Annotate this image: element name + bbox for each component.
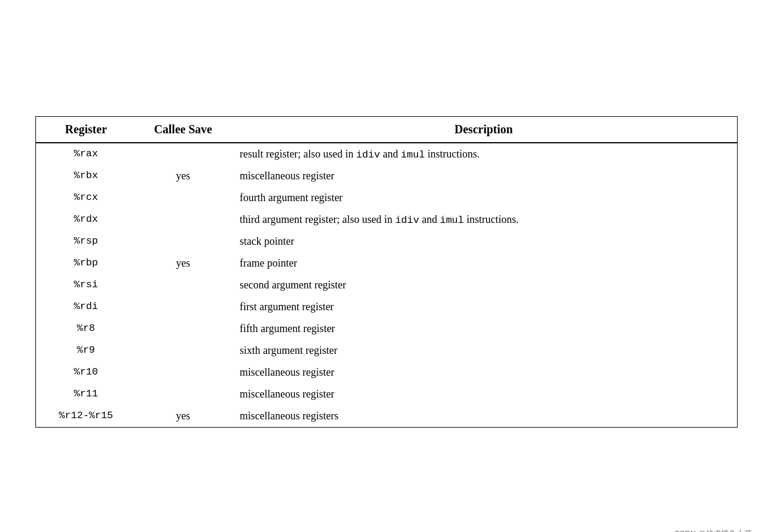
register-cell: %rbp bbox=[36, 252, 136, 274]
description-cell: miscellaneous registers bbox=[231, 405, 738, 428]
table-header-row: Register Callee Save Description bbox=[36, 117, 738, 143]
description-cell: third argument register; also used in id… bbox=[231, 209, 738, 231]
register-cell: %rcx bbox=[36, 187, 136, 209]
table-row: %rsisecond argument register bbox=[36, 274, 738, 296]
description-cell: fourth argument register bbox=[231, 187, 738, 209]
callee-save-cell: yes bbox=[136, 405, 231, 428]
table-row: %r11miscellaneous register bbox=[36, 383, 738, 405]
register-cell: %r11 bbox=[36, 383, 136, 405]
register-cell: %r9 bbox=[36, 340, 136, 362]
description-cell: miscellaneous register bbox=[231, 165, 738, 187]
description-cell: sixth argument register bbox=[231, 340, 738, 362]
callee-save-cell bbox=[136, 383, 231, 405]
register-cell: %rsp bbox=[36, 231, 136, 252]
callee-save-cell bbox=[136, 274, 231, 296]
register-cell: %rsi bbox=[36, 274, 136, 296]
description-cell: first argument register bbox=[231, 296, 738, 318]
table-row: %rbxyesmiscellaneous register bbox=[36, 165, 738, 187]
description-cell: result register; also used in idiv and i… bbox=[231, 143, 738, 165]
page-wrapper: Register Callee Save Description %raxres… bbox=[12, 12, 761, 532]
callee-save-cell bbox=[136, 143, 231, 165]
table-row: %rspstack pointer bbox=[36, 231, 738, 252]
description-cell: frame pointer bbox=[231, 252, 738, 274]
callee-save-cell bbox=[136, 231, 231, 252]
callee-save-cell: yes bbox=[136, 165, 231, 187]
registers-table: Register Callee Save Description %raxres… bbox=[35, 116, 738, 428]
description-cell: miscellaneous register bbox=[231, 383, 738, 405]
watermark: CSDN @战术摸鱼大师 bbox=[674, 528, 752, 532]
register-cell: %rdi bbox=[36, 296, 136, 318]
description-cell: second argument register bbox=[231, 274, 738, 296]
register-cell: %rbx bbox=[36, 165, 136, 187]
callee-save-cell bbox=[136, 340, 231, 362]
table-row: %rdxthird argument register; also used i… bbox=[36, 209, 738, 231]
callee-save-cell: yes bbox=[136, 252, 231, 274]
col-description-header: Description bbox=[231, 117, 738, 143]
table-row: %r10miscellaneous register bbox=[36, 362, 738, 383]
table-row: %rdifirst argument register bbox=[36, 296, 738, 318]
description-cell: miscellaneous register bbox=[231, 362, 738, 383]
col-callee-save-header: Callee Save bbox=[136, 117, 231, 143]
table-row: %rbpyesframe pointer bbox=[36, 252, 738, 274]
register-cell: %r10 bbox=[36, 362, 136, 383]
callee-save-cell bbox=[136, 209, 231, 231]
callee-save-cell bbox=[136, 187, 231, 209]
callee-save-cell bbox=[136, 362, 231, 383]
table-row: %r9sixth argument register bbox=[36, 340, 738, 362]
table-row: %r12-%r15yesmiscellaneous registers bbox=[36, 405, 738, 428]
col-register-header: Register bbox=[36, 117, 136, 143]
description-cell: stack pointer bbox=[231, 231, 738, 252]
register-cell: %r8 bbox=[36, 318, 136, 340]
register-cell: %r12-%r15 bbox=[36, 405, 136, 428]
callee-save-cell bbox=[136, 296, 231, 318]
callee-save-cell bbox=[136, 318, 231, 340]
table-container: Register Callee Save Description %raxres… bbox=[35, 116, 738, 428]
register-cell: %rax bbox=[36, 143, 136, 165]
table-row: %raxresult register; also used in idiv a… bbox=[36, 143, 738, 165]
description-cell: fifth argument register bbox=[231, 318, 738, 340]
table-row: %r8fifth argument register bbox=[36, 318, 738, 340]
table-row: %rcxfourth argument register bbox=[36, 187, 738, 209]
register-cell: %rdx bbox=[36, 209, 136, 231]
